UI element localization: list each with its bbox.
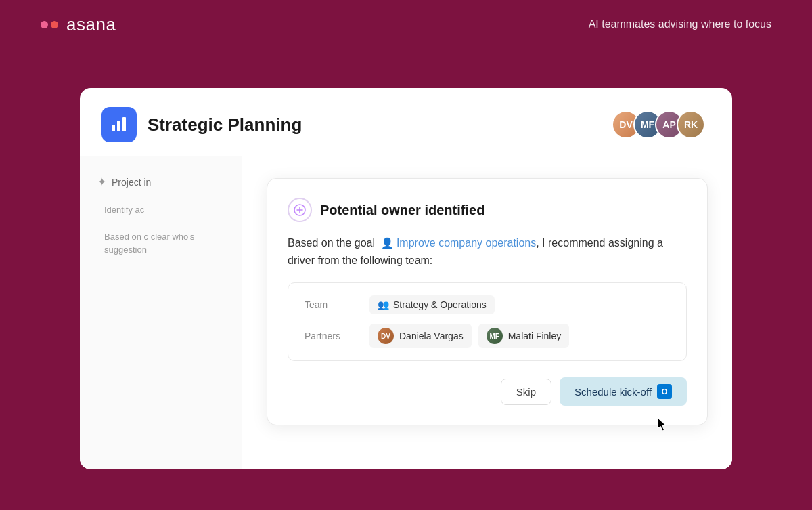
logo-dot-1 (41, 21, 48, 28)
schedule-button[interactable]: Schedule kick-off O (560, 377, 687, 406)
partner-name-daniela: Daniela Vargas (399, 331, 464, 341)
team-info-box: Team 👥 Strategy & Operations Partners DV… (288, 282, 687, 361)
action-buttons: Skip Schedule kick-off O (288, 377, 687, 406)
card-header: Strategic Planning DV MF AP RK (80, 88, 732, 156)
sidebar-section-label: Project in (112, 177, 151, 188)
team-icon: 👥 (378, 299, 389, 310)
main-content-panel: Potential owner identified Based on the … (242, 156, 732, 469)
sidebar-item-based[interactable]: Based on c clear who's suggestion (91, 225, 231, 262)
bar-chart-icon (110, 115, 129, 134)
card-title: Strategic Planning (148, 114, 302, 135)
card-title-area: Strategic Planning (102, 107, 302, 142)
svg-rect-2 (122, 117, 126, 131)
card-body: ✦ Project in Identify ac Based on c clea… (80, 156, 732, 469)
header: asana AI teammates advising where to foc… (0, 0, 812, 49)
team-label: Team (304, 299, 359, 310)
sparkle-icon: ✦ (97, 175, 106, 188)
sidebar-item-identify-text: Identify ac (104, 205, 144, 215)
partner-name-malati: Malati Finley (508, 331, 562, 341)
team-row: Team 👥 Strategy & Operations (304, 295, 670, 314)
popup-body-text: Based on the goal 👤 Improve company oper… (288, 234, 687, 269)
sidebar-panel: ✦ Project in Identify ac Based on c clea… (80, 156, 242, 469)
main-card: Strategic Planning DV MF AP RK ✦ Project… (80, 88, 732, 469)
popup-title: Potential owner identified (320, 203, 484, 218)
team-badge: 👥 Strategy & Operations (369, 295, 495, 314)
skip-button[interactable]: Skip (501, 379, 551, 405)
header-tagline: AI teammates advising where to focus (589, 18, 771, 30)
sidebar-item-based-text: Based on c clear who's suggestion (104, 232, 194, 255)
partner-badge-malati: MF Malati Finley (478, 324, 570, 348)
team-name: Strategy & Operations (393, 299, 487, 310)
logo-dot-2 (51, 21, 58, 28)
ai-suggestion-popup: Potential owner identified Based on the … (267, 178, 708, 425)
person-icon: 👤 (381, 235, 394, 251)
partners-row: Partners DV Daniela Vargas MF Malati Fin… (304, 324, 670, 348)
ai-icon-circle (288, 198, 312, 222)
popup-header: Potential owner identified (288, 198, 687, 222)
svg-rect-0 (112, 125, 115, 131)
ai-plus-icon (294, 204, 306, 216)
partners-label: Partners (304, 331, 359, 341)
svg-rect-1 (117, 121, 120, 131)
partner-badge-daniela: DV Daniela Vargas (369, 324, 472, 348)
outlook-icon: O (657, 384, 672, 399)
asana-logo-dots (41, 21, 60, 28)
goal-link-text: Improve company operations (397, 234, 536, 252)
avatar: RK (677, 110, 705, 139)
schedule-button-label: Schedule kick-off (574, 386, 652, 398)
logo-text: asana (66, 14, 116, 35)
partner-avatar-malati: MF (487, 328, 503, 344)
sidebar-item-identify[interactable]: Identify ac (91, 198, 231, 222)
partner-avatar-daniela: DV (378, 328, 394, 344)
goal-link[interactable]: 👤 Improve company operations (381, 234, 536, 252)
avatars-group: DV MF AP RK (612, 110, 705, 139)
partners-group: DV Daniela Vargas MF Malati Finley (369, 324, 569, 348)
card-icon (102, 107, 137, 142)
sidebar-section-header: ✦ Project in (91, 170, 231, 194)
body-prefix: Based on the goal (288, 237, 375, 249)
logo: asana (41, 14, 116, 35)
